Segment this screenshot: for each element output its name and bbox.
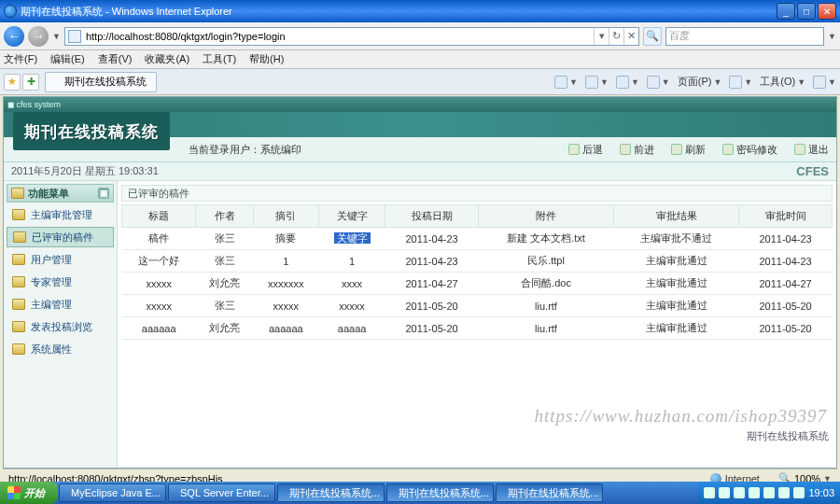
action-password[interactable]: 密码修改 [722,143,777,157]
cell: xxxxx [122,295,196,317]
cell: 主编审批不通过 [614,228,739,250]
action-forward[interactable]: 前进 [620,143,654,157]
search-placeholder: 百度 [669,29,690,43]
task-label: SQL Server Enter... [180,487,269,498]
date-bar: 2011年5月20日 星期五 19:03:31 CFES [4,162,836,181]
sidebar-item-label: 发表投稿浏览 [31,320,92,334]
tray-icon[interactable] [704,487,715,498]
sidebar-item[interactable]: 发表投稿浏览 [7,316,114,337]
menu-edit[interactable]: 编辑(E) [50,52,85,66]
tray-icon[interactable] [778,487,790,498]
sidebar-item[interactable]: 主编审批管理 [7,204,114,225]
pager-name: 期刊在线投稿系统 [747,429,829,443]
folder-icon [12,209,25,220]
mail-icon [616,76,629,89]
browser-tab[interactable]: 期刊在线投稿系统 [45,72,157,92]
table-row[interactable]: aaaaaa刘允亮aaaaaaaaaaa2011-05-20liu.rtf主编审… [122,317,833,340]
action-back[interactable]: 后退 [568,143,603,157]
taskbar: 开始 MyEclipse Java E...SQL Server Enter..… [0,482,840,504]
table-row[interactable]: xxxxx张三xxxxxxxxxx2011-05-20liu.rtf主编审批通过… [122,295,833,317]
cell: xxxx [319,273,385,295]
menu-favorites[interactable]: 收藏夹(A) [145,52,189,66]
sidebar-item-label: 专家管理 [31,275,72,289]
add-favorite-icon[interactable]: ✚ [22,74,39,91]
search-dropdown-icon[interactable]: ▼ [828,32,836,41]
taskbar-button[interactable]: 期刊在线投稿系统... [496,483,603,502]
page-tools: ▼ ▼ ▼ ▼ 页面(P) ▼ ▼ 工具(O) ▼ ▼ [554,75,836,89]
sidebar-item[interactable]: 用户管理 [7,249,114,270]
back-button[interactable]: ← [4,26,24,47]
menu-help[interactable]: 帮助(H) [249,52,284,66]
tray-icon[interactable] [719,487,730,498]
page-tool[interactable]: 页面(P) ▼ [678,75,722,89]
start-button[interactable]: 开始 [0,482,58,504]
cell: aaaaaa [253,317,318,340]
cell: liu.rtf [478,317,613,340]
stop-icon[interactable]: ✕ [623,28,638,45]
col-result: 审批结果 [614,205,739,228]
nav-dropdown-icon[interactable]: ▼ [52,32,61,41]
taskbar-button[interactable]: MyEclipse Java E... [59,483,166,502]
sidebar-item[interactable]: 系统属性 [7,339,114,359]
refresh-icon[interactable]: ↻ [609,28,623,45]
tab-title: 期刊在线投稿系统 [64,75,147,89]
table-row[interactable]: 稿件张三摘要关键字2011-04-23新建 文本文档.txt主编审批不通过201… [122,228,833,250]
menu-tools[interactable]: 工具(T) [203,52,236,66]
forward-button[interactable]: → [28,26,49,47]
close-button[interactable]: ✕ [818,3,836,20]
safety-tool[interactable]: ▼ [729,76,752,89]
collapse-icon[interactable]: ▣ [98,188,109,199]
taskbar-button[interactable]: 期刊在线投稿系统... [277,483,385,502]
tray-icon[interactable] [763,487,775,498]
cell: 刘允亮 [196,317,253,340]
url-dropdown-icon[interactable]: ▾ [594,28,609,45]
cell: 2011-04-23 [385,228,479,250]
sidebar-item[interactable]: 已评审的稿件 [7,227,114,247]
taskbar-button[interactable]: SQL Server Enter... [168,483,275,502]
maximize-button[interactable]: □ [797,3,816,20]
search-box[interactable]: 百度 [665,27,824,46]
tray-icon[interactable] [734,487,745,498]
mail-tool[interactable]: ▼ [616,76,639,89]
window-title: 期刊在线投稿系统 - Windows Internet Explorer [21,5,777,19]
safety-icon [729,76,742,89]
app-banner: 期刊在线投稿系统 [13,112,170,150]
task-label: 期刊在线投稿系统... [508,486,598,500]
tray-icon[interactable] [793,487,805,498]
sidebar-header[interactable]: 功能菜单 ▣ [7,184,114,203]
search-go-button[interactable]: 🔍 [643,27,662,46]
tools-tool[interactable]: 工具(O) ▼ [760,75,805,89]
address-bar[interactable]: ▾ ↻ ✕ [64,27,639,46]
sidebar-item[interactable]: 主编管理 [7,294,114,315]
sidebar-item-label: 主编管理 [31,298,72,312]
cell: xxxxxxx [253,273,318,295]
taskbar-button[interactable]: 期刊在线投稿系统... [386,483,494,502]
url-input[interactable] [84,31,594,42]
date-text: 2011年5月20日 星期五 19:03:31 [11,164,159,178]
sidebar-item-label: 系统属性 [31,343,72,357]
print-tool[interactable]: ▼ [647,76,670,89]
action-exit[interactable]: 退出 [794,143,829,157]
app-frame: ◼ cfes system 期刊在线投稿系统 当前登录用户：系统编印 后退 前进… [3,96,837,469]
feeds-tool[interactable]: ▼ [585,76,609,89]
menu-file[interactable]: 文件(F) [4,52,37,66]
windows-logo-icon [7,486,21,499]
sidebar-item[interactable]: 专家管理 [7,272,114,292]
table-row[interactable]: 这一个好张三112011-04-23民乐.ttpl主编审批通过2011-04-2… [122,250,833,273]
action-refresh[interactable]: 刷新 [671,143,706,157]
system-tray[interactable]: 19:03 [698,482,840,504]
cell: 关键字 [319,228,385,250]
help-tool[interactable]: ▼ [813,76,836,89]
menu-view[interactable]: 查看(V) [98,52,133,66]
minimize-button[interactable]: _ [777,3,795,20]
table-row[interactable]: xxxxx刘允亮xxxxxxxxxxx2011-04-27合同酷.doc主编审批… [122,273,833,295]
cell: xxxxx [253,295,318,317]
cell: aaaaaa [122,317,196,340]
tray-icon[interactable] [749,487,760,498]
tab-favicon [49,77,61,88]
task-label: 期刊在线投稿系统... [399,486,489,500]
cell: 合同酷.doc [478,273,613,295]
app-header: 期刊在线投稿系统 [4,112,836,137]
home-tool[interactable]: ▼ [554,76,578,89]
favorites-icon[interactable]: ★ [4,74,21,91]
